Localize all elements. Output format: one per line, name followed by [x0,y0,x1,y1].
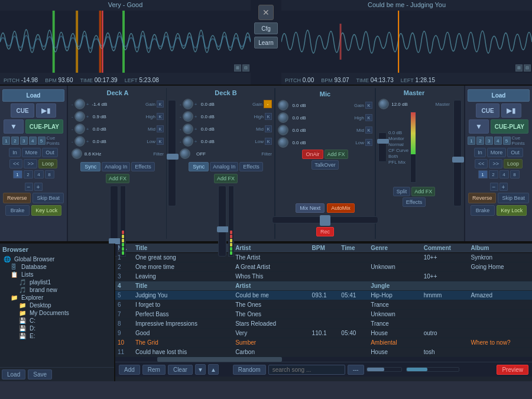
deck-b-high-knob[interactable] [183,111,193,122]
pitch-slider-a[interactable] [168,100,176,206]
tree-d-drive[interactable]: 💾 D: [2,325,112,332]
table-row[interactable]: 8 Impressive Impressions Stars Reloaded … [115,319,532,329]
rem-button[interactable]: Rem [142,365,166,375]
right-cue-pt-5[interactable]: 5 [503,137,511,145]
progress-bar[interactable] [406,367,459,372]
left-cueplay-button[interactable]: CUE-PLAY [25,119,63,134]
sort-down-button[interactable]: ▼ [195,364,206,375]
right-cue-pt-3[interactable]: 3 [485,137,493,145]
cfg-button[interactable]: Cfg [254,22,278,34]
left-loop-4[interactable]: 4 [34,170,44,179]
mini-icon-2[interactable]: ⊟ [242,64,249,72]
left-more-button[interactable]: More [22,148,41,157]
master-effects[interactable]: Effects [403,197,426,207]
deck-a-mid-k[interactable]: K [157,125,164,132]
sort-up-button[interactable]: ▲ [208,364,219,375]
rec-button[interactable]: Rec [316,227,334,236]
left-plus-btn[interactable]: + [34,183,43,191]
right-back-button[interactable]: << [475,159,488,168]
deck-a-high-k[interactable]: K [157,113,164,120]
tree-my-docs[interactable]: 📁 My Documents [2,309,112,317]
deck-b-mid-k[interactable]: K [265,125,272,132]
right-reverse-button[interactable]: Reverse [468,193,497,203]
right-cue-pt-4[interactable]: 4 [494,137,502,145]
table-row[interactable]: 11 Could have lost this Carbon House tos… [115,348,532,357]
left-loop-2[interactable]: 2 [24,170,33,179]
left-loop-8[interactable]: 8 [45,170,54,179]
automix-button[interactable]: AutoMix [327,203,355,213]
random-button[interactable]: Random [233,365,266,375]
right-loop-4[interactable]: 4 [499,170,509,179]
left-cue-pt-3[interactable]: 3 [20,137,28,145]
mic-mid-knob[interactable] [278,125,288,135]
right-cue-pt-1[interactable]: 1 [468,137,475,145]
tree-database[interactable]: 🗄 Database [2,263,112,271]
right-keylock-button[interactable]: Key Lock [497,205,527,216]
left-minus-btn[interactable]: − [25,183,33,191]
left-play-button[interactable]: ▶▮ [36,103,56,118]
crossfader[interactable] [272,216,378,223]
right-mini-icons[interactable]: ⊞ ⊟ [515,64,531,72]
right-play-button[interactable]: ▶▮ [501,103,521,118]
deck-b-effects[interactable]: Effects [239,162,262,171]
deck-b-add-fx[interactable]: Add FX [214,174,238,183]
learn-button[interactable]: Learn [254,37,278,48]
close-button[interactable]: ✕ [258,5,274,20]
right-cueplay-button[interactable]: CUE-PLAY [491,119,528,134]
right-cue-button[interactable]: CUE [476,103,499,118]
left-waveform[interactable]: Very - Good // generated inline — placeh… [0,0,251,85]
master-split[interactable]: Split [393,187,411,196]
add-button[interactable]: Add [119,365,140,375]
mini-icon-1[interactable]: ⊞ [234,64,241,72]
left-cue-pt-2[interactable]: 2 [11,137,19,145]
table-row[interactable]: 9 Good Very 110.1 05:40 House outro [115,329,532,338]
table-row-highlighted[interactable]: 10 The Grid Sumber Ambiental Where to no… [115,338,532,348]
deck-b-fader[interactable] [218,186,226,257]
onair-button[interactable]: OnAir [302,150,323,159]
mic-gain-k[interactable]: K [365,102,372,109]
talkover-button[interactable]: TalkOver [312,160,339,170]
left-load-button[interactable]: Load [2,89,64,102]
table-row[interactable]: 3 Leaving Whos This 10++ [115,272,532,281]
deck-a-analog[interactable]: Analog In [102,162,130,171]
deck-b-sync[interactable]: Sync [189,162,209,171]
right-load-button[interactable]: Load [468,89,530,102]
volume-slider[interactable] [366,367,402,372]
right-loop-button[interactable]: Loop [504,159,523,168]
deck-a-sync[interactable]: Sync [80,162,100,171]
left-cue-pt-1[interactable]: 1 [2,137,10,145]
deck-b-low-knob[interactable] [183,136,193,147]
right-mini-icon-2[interactable]: ⊟ [524,64,531,72]
mic-add-fx[interactable]: Add FX [325,150,348,159]
right-waveform[interactable]: Could be me - Judging You PITCH 0.00 BPM… [281,0,532,85]
tree-playlist1[interactable]: 🎵 playlist1 [2,278,112,286]
left-forward-button[interactable]: >> [24,159,37,168]
mic-mid-k[interactable]: K [365,126,372,134]
right-out-button[interactable]: Out [507,148,523,157]
deck-b-low-k[interactable]: K [265,138,272,145]
track-scrollbar[interactable] [115,357,532,362]
table-row[interactable]: 5 Judging You Could be me 093.1 05:41 Hi… [115,291,532,300]
left-down-button[interactable]: ▼ [4,119,24,134]
deck-b-high-k[interactable]: K [265,113,272,120]
deck-b-analog[interactable]: Analog In [210,162,238,171]
table-row[interactable]: 1 One great song The Artist 10++ Synkron [115,253,532,262]
left-skip-button[interactable]: Skip Beat [33,193,64,203]
tree-c-drive[interactable]: 💾 C: [2,317,112,325]
right-mini-icon-1[interactable]: ⊞ [515,64,523,72]
clear-button[interactable]: Clear [168,365,193,375]
left-brake-button[interactable]: Brake [5,205,30,216]
left-out-button[interactable]: Out [42,148,58,157]
master-add-fx[interactable]: Add FX [411,187,435,196]
deck-b-filter-knob[interactable] [180,148,190,159]
tree-save-button[interactable]: Save [28,369,52,379]
left-back-button[interactable]: << [9,159,23,168]
tree-explorer[interactable]: 📁 Explorer [2,294,112,301]
search-dash-button[interactable]: --- [348,365,364,375]
tree-lists[interactable]: 📋 Lists [2,271,112,278]
mic-gain-knob[interactable] [278,100,288,111]
tree-desktop[interactable]: 📁 Desktop [2,301,112,309]
right-plus-btn[interactable]: + [499,183,508,191]
deck-a-gain-knob[interactable] [74,99,85,109]
left-in-button[interactable]: In [9,148,21,157]
